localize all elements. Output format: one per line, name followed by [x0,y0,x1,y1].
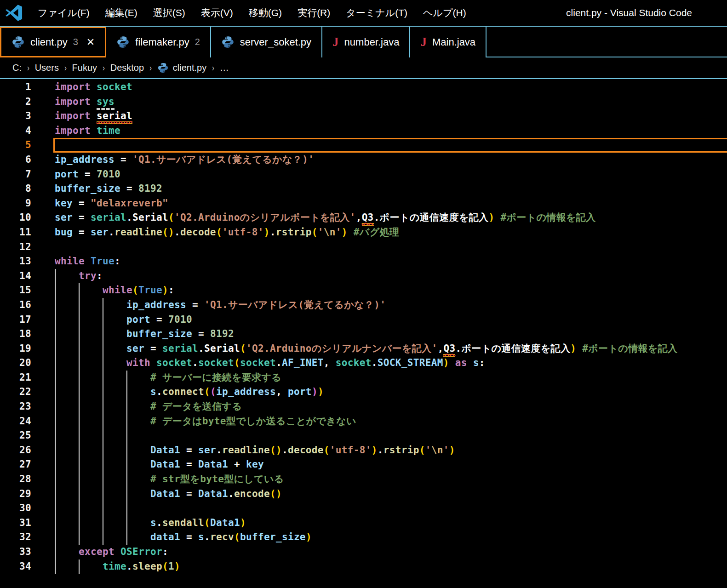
code-line[interactable]: 10ser = serial.Serial('Q2.Arduinoのシリアルポー… [0,211,727,225]
line-number[interactable]: 28 [0,472,31,487]
line-content[interactable]: Data1 = ser.readline().decode('utf-8').r… [55,443,727,458]
code-line[interactable]: 2import sys [0,95,727,109]
line-content[interactable] [55,428,727,443]
code-line[interactable]: 19ser = serial.Serial('Q2.Arduinoのシリアルナン… [0,342,727,356]
line-content[interactable]: import time [55,124,727,138]
line-content[interactable]: Data1 = Data1.encode() [55,487,727,502]
line-content[interactable]: buffer_size = 8192 [55,327,727,342]
code-line[interactable]: 3import serial [0,109,727,124]
line-content[interactable] [53,138,727,153]
line-number[interactable]: 31 [0,516,31,531]
line-content[interactable]: s.sendall(Data1) [55,516,727,531]
code-line[interactable]: 23# データを送信する [0,400,727,414]
tab-Main.java[interactable]: JMain.java [410,27,487,57]
code-line[interactable]: 1import socket [0,80,727,95]
code-line[interactable]: 24# データはbyte型でしか送ることができない [0,414,727,429]
line-content[interactable]: buffer_size = 8192 [55,182,727,196]
menu-item[interactable]: ファイル(F) [30,0,97,26]
line-content[interactable]: except OSError: [55,545,727,559]
line-content[interactable]: data1 = s.recv(buffer_size) [55,530,727,545]
tab-filemaker.py[interactable]: filemaker.py2 [106,27,211,57]
code-line[interactable]: 25 [0,428,727,443]
line-number[interactable]: 15 [0,283,31,298]
code-line[interactable]: 30 [0,501,727,516]
line-content[interactable]: ser = serial.Serial('Q2.Arduinoのシリアルポートを… [55,211,727,225]
breadcrumb-item[interactable]: … [220,63,229,73]
menu-item[interactable]: ヘルプ(H) [415,0,474,26]
line-content[interactable]: port = 7010 [55,313,727,327]
line-number[interactable]: 20 [0,356,31,371]
line-content[interactable]: while(True): [55,283,727,298]
code-line[interactable]: 5 [0,138,727,153]
code-line[interactable]: 18buffer_size = 8192 [0,327,727,342]
line-number[interactable]: 5 [0,138,31,153]
breadcrumb-item[interactable]: Desktop [110,63,144,73]
line-number[interactable]: 13 [0,254,31,269]
line-number[interactable]: 21 [0,371,31,385]
code-line[interactable]: 6ip_address = 'Q1.サーバアドレス(覚えてるかな？)' [0,153,727,167]
close-icon[interactable]: ✕ [86,36,95,48]
code-line[interactable]: 17port = 7010 [0,313,727,327]
code-line[interactable]: 15while(True): [0,283,727,298]
line-content[interactable]: while True: [55,254,727,269]
line-content[interactable]: import sys [55,95,727,109]
code-line[interactable]: 26Data1 = ser.readline().decode('utf-8')… [0,443,727,458]
line-number[interactable]: 27 [0,457,31,472]
code-line[interactable]: 16ip_address = 'Q1.サーバアドレス(覚えてるかな？)' [0,298,727,313]
menu-item[interactable]: 表示(V) [193,0,241,26]
line-number[interactable]: 14 [0,269,31,284]
code-line[interactable]: 27Data1 = Data1 + key [0,457,727,472]
line-number[interactable]: 7 [0,167,31,182]
line-number[interactable]: 2 [0,95,31,109]
line-number[interactable]: 4 [0,124,31,138]
code-line[interactable]: 4import time [0,124,727,138]
menu-item[interactable]: 実行(R) [290,0,338,26]
line-number[interactable]: 3 [0,109,31,124]
line-number[interactable]: 25 [0,428,31,443]
line-content[interactable]: # サーバーに接続を要求する [55,371,727,385]
line-content[interactable] [55,240,727,255]
line-number[interactable]: 11 [0,225,31,240]
line-number[interactable]: 6 [0,153,31,167]
code-line[interactable]: 28# str型をbyte型にしている [0,472,727,487]
line-content[interactable]: ip_address = 'Q1.サーバアドレス(覚えてるかな？)' [55,298,727,313]
line-number[interactable]: 26 [0,443,31,458]
code-line[interactable]: 7port = 7010 [0,167,727,182]
code-line[interactable]: 13while True: [0,254,727,269]
line-content[interactable] [55,501,727,516]
code-line[interactable]: 22s.connect((ip_address, port)) [0,385,727,400]
line-content[interactable]: ip_address = 'Q1.サーバアドレス(覚えてるかな？)' [55,153,727,167]
line-number[interactable]: 18 [0,327,31,342]
line-content[interactable]: Data1 = Data1 + key [55,457,727,472]
line-number[interactable]: 9 [0,196,31,211]
line-content[interactable]: bug = ser.readline().decode('utf-8').rst… [55,225,727,240]
code-line[interactable]: 21# サーバーに接続を要求する [0,371,727,385]
line-number[interactable]: 30 [0,501,31,516]
line-number[interactable]: 8 [0,182,31,196]
line-content[interactable]: with socket.socket(socket.AF_INET, socke… [55,356,727,371]
line-content[interactable]: # データはbyte型でしか送ることができない [55,414,727,429]
line-number[interactable]: 1 [0,80,31,95]
tab-server_soket.py[interactable]: server_soket.py [211,27,322,57]
line-content[interactable]: try: [55,269,727,284]
line-number[interactable]: 19 [0,342,31,356]
breadcrumb-item[interactable]: C: [12,63,22,73]
line-number[interactable]: 33 [0,545,31,559]
line-number[interactable]: 34 [0,559,31,574]
code-line[interactable]: 9key = "delaxreverb" [0,196,727,211]
line-number[interactable]: 12 [0,240,31,255]
breadcrumb-item[interactable]: Fukuy [72,63,97,73]
line-content[interactable]: import serial [55,109,727,124]
line-content[interactable]: import socket [55,80,727,95]
menu-item[interactable]: 移動(G) [241,0,290,26]
line-content[interactable]: time.sleep(1) [55,559,727,574]
line-number[interactable]: 22 [0,385,31,400]
code-line[interactable]: 33except OSError: [0,545,727,559]
code-line[interactable]: 32data1 = s.recv(buffer_size) [0,530,727,545]
code-line[interactable]: 14try: [0,269,727,284]
line-content[interactable]: port = 7010 [55,167,727,182]
line-content[interactable]: # データを送信する [55,400,727,414]
line-number[interactable]: 10 [0,211,31,225]
line-number[interactable]: 17 [0,313,31,327]
code-line[interactable]: 29Data1 = Data1.encode() [0,487,727,502]
